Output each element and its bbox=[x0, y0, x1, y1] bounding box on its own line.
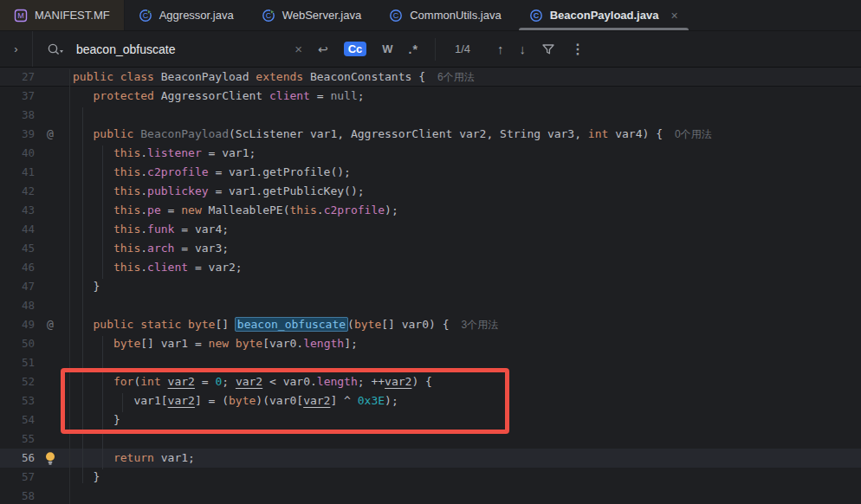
code-line[interactable]: 38 bbox=[0, 106, 861, 125]
findbar-divider bbox=[435, 38, 436, 61]
line-number[interactable]: 48 bbox=[0, 296, 35, 315]
code-line[interactable]: 54 } bbox=[0, 410, 861, 430]
code-line[interactable]: 51 bbox=[0, 353, 861, 372]
line-number[interactable]: 50 bbox=[0, 334, 35, 353]
more-options-icon[interactable]: ⋮ bbox=[571, 41, 585, 57]
line-number[interactable]: 38 bbox=[0, 106, 35, 125]
usages-inlay-hint[interactable]: 3个用法 bbox=[462, 319, 499, 331]
line-number[interactable]: 45 bbox=[0, 239, 35, 258]
tab-commonutils-java[interactable]: CCommonUtils.java bbox=[375, 0, 515, 30]
line-number[interactable]: 53 bbox=[0, 391, 35, 410]
usages-inlay-hint[interactable]: 0个用法 bbox=[675, 128, 712, 140]
previous-match-icon[interactable]: ↑ bbox=[497, 42, 504, 56]
code-line[interactable]: 46 this.client = var2; bbox=[0, 258, 861, 277]
line-number[interactable]: 40 bbox=[0, 144, 35, 163]
gutter-space bbox=[35, 106, 66, 125]
java-class-runnable-icon: C bbox=[262, 9, 275, 23]
code-editor[interactable]: 27public class BeaconPayload extends Bea… bbox=[0, 68, 861, 504]
code-line[interactable]: 42 this.publickey = var1.getPublicKey(); bbox=[0, 182, 861, 201]
code-line[interactable]: 55 bbox=[0, 430, 861, 449]
tab-label: Aggressor.java bbox=[159, 9, 234, 22]
code-text: public static byte[] beacon_obfuscate(by… bbox=[66, 315, 498, 334]
match-counter: 1/4 bbox=[455, 42, 470, 55]
annotation-at-icon[interactable]: @ bbox=[35, 315, 66, 334]
java-class-icon: C bbox=[529, 9, 543, 23]
code-line[interactable]: 49@ public static byte[] beacon_obfuscat… bbox=[0, 315, 861, 334]
gutter-space bbox=[35, 296, 66, 315]
match-case-toggle[interactable]: Cc bbox=[344, 42, 367, 56]
line-number[interactable]: 51 bbox=[0, 353, 35, 372]
gutter-space bbox=[35, 87, 66, 106]
next-match-icon[interactable]: ↓ bbox=[520, 42, 527, 56]
gutter-space bbox=[35, 391, 66, 410]
line-number[interactable]: 55 bbox=[0, 430, 35, 449]
code-line[interactable]: 43 this.pe = new MalleablePE(this.c2prof… bbox=[0, 201, 861, 220]
line-number[interactable]: 41 bbox=[0, 163, 35, 182]
tab-beaconpayload-java[interactable]: CBeaconPayload.java× bbox=[515, 0, 692, 30]
line-number[interactable]: 54 bbox=[0, 410, 35, 430]
active-tab-underline bbox=[519, 28, 689, 30]
line-number[interactable]: 44 bbox=[0, 220, 35, 239]
svg-text:C: C bbox=[393, 11, 399, 20]
indent-guide bbox=[122, 393, 123, 412]
code-line[interactable]: 40 this.listener = var1; bbox=[0, 144, 861, 163]
code-line[interactable]: 57 } bbox=[0, 468, 861, 487]
line-number[interactable]: 56 bbox=[0, 449, 35, 468]
code-line[interactable]: 56 return var1; bbox=[0, 449, 861, 468]
line-number[interactable]: 58 bbox=[0, 487, 35, 504]
code-line[interactable]: 47 } bbox=[0, 277, 861, 296]
code-line[interactable]: 50 byte[] var1 = new byte[var0.length]; bbox=[0, 334, 861, 353]
clear-search-icon[interactable]: × bbox=[295, 42, 302, 56]
line-number[interactable]: 37 bbox=[0, 87, 35, 106]
whole-words-toggle[interactable]: W bbox=[382, 42, 392, 55]
code-line[interactable]: 52 for(int var2 = 0; var2 < var0.length;… bbox=[0, 372, 861, 391]
manifest-file-icon: M bbox=[14, 9, 28, 23]
line-number[interactable]: 57 bbox=[0, 468, 35, 487]
java-class-runnable-icon: C bbox=[139, 9, 152, 23]
newline-icon[interactable]: ↩ bbox=[318, 42, 328, 56]
ide-window: MMANIFEST.MFCAggressor.javaCWebServer.ja… bbox=[0, 0, 861, 504]
code-line[interactable]: 39@ public BeaconPayload(ScListener var1… bbox=[0, 125, 861, 144]
code-line[interactable]: 44 this.funk = var4; bbox=[0, 220, 861, 239]
tab-webserver-java[interactable]: CWebServer.java bbox=[248, 0, 376, 30]
tab-label: MANIFEST.MF bbox=[35, 9, 110, 22]
tab-label: CommonUtils.java bbox=[410, 9, 501, 22]
gutter-space bbox=[35, 410, 66, 430]
line-number[interactable]: 43 bbox=[0, 201, 35, 220]
line-number[interactable]: 47 bbox=[0, 277, 35, 296]
editor-tab-bar: MMANIFEST.MFCAggressor.javaCWebServer.ja… bbox=[0, 0, 861, 31]
find-toolbar: › beacon_obfuscate × ↩ Cc W .* 1/4 ↑ ↓ ⋮ bbox=[0, 31, 861, 68]
gutter-space bbox=[35, 201, 66, 220]
regex-toggle[interactable]: .* bbox=[409, 42, 418, 56]
line-number[interactable]: 52 bbox=[0, 372, 35, 391]
usages-inlay-hint[interactable]: 6个用法 bbox=[437, 71, 475, 83]
code-text: this.c2profile = var1.getProfile(); bbox=[66, 163, 351, 182]
line-number[interactable]: 27 bbox=[0, 68, 35, 86]
sticky-code-line[interactable]: 27public class BeaconPayload extends Bea… bbox=[0, 68, 861, 87]
search-match-highlight: beacon_obfuscate bbox=[235, 317, 348, 332]
line-number[interactable]: 39 bbox=[0, 125, 35, 144]
annotation-at-icon[interactable]: @ bbox=[35, 125, 66, 144]
code-text: this.pe = new MalleablePE(this.c2profile… bbox=[66, 201, 398, 220]
code-line[interactable]: 45 this.arch = var3; bbox=[0, 239, 861, 258]
filter-icon[interactable] bbox=[541, 43, 555, 55]
code-line[interactable]: 58 bbox=[0, 487, 861, 504]
code-line[interactable]: 37 protected AggressorClient client = nu… bbox=[0, 87, 861, 106]
close-tab-icon[interactable]: × bbox=[670, 9, 677, 23]
code-line[interactable]: 53 var1[var2] = (byte)(var0[var2] ^ 0x3E… bbox=[0, 391, 861, 410]
code-line[interactable]: 48 bbox=[0, 296, 861, 315]
line-number[interactable]: 49 bbox=[0, 315, 35, 334]
tab-manifest-mf[interactable]: MMANIFEST.MF bbox=[0, 0, 125, 30]
code-text: } bbox=[66, 410, 120, 430]
code-line[interactable]: 41 this.c2profile = var1.getProfile(); bbox=[0, 163, 861, 182]
intention-lightbulb-icon[interactable] bbox=[35, 449, 66, 468]
find-options-chevron-icon[interactable]: › bbox=[0, 31, 33, 67]
search-input[interactable]: beacon_obfuscate bbox=[76, 42, 175, 56]
search-icon[interactable] bbox=[47, 42, 64, 56]
line-number[interactable]: 46 bbox=[0, 258, 35, 277]
gutter-space bbox=[35, 334, 66, 353]
tab-aggressor-java[interactable]: CAggressor.java bbox=[125, 0, 248, 30]
indent-guide bbox=[102, 145, 103, 279]
indent-guide bbox=[102, 336, 103, 469]
line-number[interactable]: 42 bbox=[0, 182, 35, 201]
